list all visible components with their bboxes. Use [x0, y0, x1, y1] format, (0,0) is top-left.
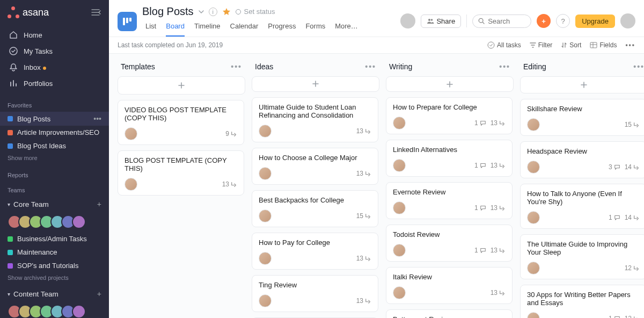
help-button[interactable]: ? [556, 14, 570, 28]
task-card[interactable]: Ultimate Guide to Student Loan Refinanci… [252, 97, 378, 142]
collapse-sidebar-icon[interactable] [91, 9, 101, 16]
tab-timeline[interactable]: Timeline [194, 20, 221, 37]
task-card[interactable]: Todoist Review 1 13 [386, 225, 513, 262]
task-card[interactable]: How to Pay for College 13 [252, 233, 378, 270]
column-title[interactable]: Ideas [255, 62, 273, 71]
show-more[interactable]: Show more [0, 153, 109, 167]
assignee-avatar[interactable] [259, 167, 272, 180]
task-card[interactable]: Skillshare Review 15 [520, 99, 644, 136]
team-avatars[interactable] [0, 212, 109, 232]
assignee-avatar[interactable] [527, 211, 540, 224]
member-avatar[interactable] [72, 305, 86, 318]
asana-logo[interactable]: asana [8, 6, 49, 18]
show-archived[interactable]: Show archived projects [0, 272, 109, 286]
tab-more[interactable]: More… [335, 20, 358, 37]
reports-label[interactable]: Reports [0, 167, 109, 182]
team-header[interactable]: ▾Core Team+ [0, 197, 109, 212]
column-title[interactable]: Templates [121, 62, 155, 71]
task-card[interactable]: How to Choose a College Major 13 [252, 148, 378, 185]
task-card[interactable]: Evernote Review 1 13 [386, 182, 513, 219]
task-card[interactable]: 30 Apps for Writing Better Papers and Es… [520, 285, 644, 319]
info-icon[interactable]: i [209, 8, 217, 16]
assignee-avatar[interactable] [393, 201, 406, 214]
add-project-icon[interactable]: + [97, 290, 101, 298]
nav-portfolios[interactable]: Portfolios [3, 75, 106, 91]
collaborator-avatar[interactable] [400, 13, 415, 28]
assignee-avatar[interactable] [259, 294, 272, 307]
assignee-avatar[interactable] [259, 209, 272, 222]
tab-board[interactable]: Board [166, 20, 185, 37]
add-card-button[interactable] [252, 76, 379, 92]
nav-home[interactable]: Home [3, 27, 106, 43]
filter-button[interactable]: Filter [530, 41, 553, 49]
task-card[interactable]: The Ultimate Guide to Improving Your Sle… [520, 234, 644, 279]
task-card[interactable]: How to Talk to Anyone (Even If You're Sh… [520, 184, 644, 229]
star-icon[interactable] [222, 7, 231, 17]
project-item[interactable]: Business/Admin Tasks [0, 232, 109, 245]
favorite-item[interactable]: Blog Post Ideas [0, 139, 109, 153]
tab-calendar[interactable]: Calendar [230, 20, 259, 37]
assignee-avatar[interactable] [527, 118, 540, 131]
task-card[interactable]: Betterment Review 13 [386, 309, 513, 318]
task-card[interactable]: Best Backpacks for College 15 [252, 190, 378, 227]
add-card-button[interactable] [520, 76, 644, 93]
column-title[interactable]: Editing [523, 62, 546, 71]
assignee-avatar[interactable] [393, 244, 406, 257]
nav-my-tasks[interactable]: My Tasks [3, 43, 106, 59]
favorite-item[interactable]: Article Improvements/SEO [0, 126, 109, 139]
add-card-button[interactable] [118, 76, 245, 95]
search-input[interactable] [488, 17, 525, 25]
sort-button[interactable]: Sort [561, 41, 581, 49]
user-avatar[interactable] [620, 13, 635, 28]
task-card[interactable]: VIDEO BLOG POST TEMPLATE (COPY THIS) 9 [118, 100, 244, 145]
tab-progress[interactable]: Progress [268, 20, 296, 37]
favorite-more-icon[interactable]: ••• [93, 114, 101, 123]
card-title: Skillshare Review [527, 105, 640, 113]
column-more-icon[interactable]: ••• [499, 62, 510, 71]
assignee-avatar[interactable] [527, 161, 540, 174]
search-box[interactable] [472, 15, 531, 28]
assignee-avatar[interactable] [259, 252, 272, 265]
task-card[interactable]: BLOG POST TEMPLATE (COPY THIS) 13 [118, 150, 244, 196]
team-header[interactable]: ▾Content Team+ [0, 286, 109, 301]
chevron-down-icon[interactable] [198, 9, 204, 15]
project-item[interactable]: SOP's and Tutorials [0, 259, 109, 272]
add-project-icon[interactable]: + [97, 200, 101, 208]
upgrade-button[interactable]: Upgrade [575, 15, 615, 28]
task-card[interactable]: How to Prepare for College 1 13 [386, 97, 513, 134]
project-title[interactable]: Blog Posts [142, 5, 194, 18]
more-actions[interactable]: ••• [625, 41, 635, 49]
share-button[interactable]: Share [421, 15, 461, 28]
column-more-icon[interactable]: ••• [365, 62, 376, 71]
project-item[interactable]: Maintenance [0, 245, 109, 259]
tab-list[interactable]: List [145, 20, 156, 37]
board[interactable]: Templates••• VIDEO BLOG POST TEMPLATE (C… [109, 54, 644, 318]
all-tasks-toggle[interactable]: All tasks [487, 41, 521, 49]
project-icon[interactable] [118, 12, 137, 31]
task-card[interactable]: LinkedIn Alternatives 1 13 [386, 140, 513, 177]
task-card[interactable]: Ting Review 13 [252, 275, 378, 312]
assignee-avatar[interactable] [125, 178, 137, 191]
favorite-item[interactable]: Blog Posts••• [0, 112, 109, 126]
assignee-avatar[interactable] [393, 286, 406, 299]
task-card[interactable]: Headspace Review 3 14 [520, 141, 644, 178]
column-title[interactable]: Writing [389, 62, 412, 71]
nav-inbox[interactable]: Inbox [3, 59, 106, 75]
assignee-avatar[interactable] [393, 159, 406, 172]
tab-forms[interactable]: Forms [305, 20, 325, 37]
board-column: Ideas••• Ultimate Guide to Student Loan … [252, 62, 379, 318]
assignee-avatar[interactable] [527, 312, 540, 319]
task-card[interactable]: Italki Review 13 [386, 267, 513, 304]
column-more-icon[interactable]: ••• [633, 62, 644, 71]
add-card-button[interactable] [386, 76, 514, 92]
fields-button[interactable]: Fields [590, 41, 617, 49]
assignee-avatar[interactable] [527, 262, 540, 274]
assignee-avatar[interactable] [125, 127, 137, 140]
set-status[interactable]: Set status [236, 8, 275, 16]
quick-add-button[interactable]: + [537, 14, 551, 28]
team-avatars[interactable] [0, 301, 109, 318]
assignee-avatar[interactable] [393, 117, 406, 129]
assignee-avatar[interactable] [259, 125, 272, 138]
member-avatar[interactable] [72, 215, 86, 229]
column-more-icon[interactable]: ••• [231, 62, 242, 71]
